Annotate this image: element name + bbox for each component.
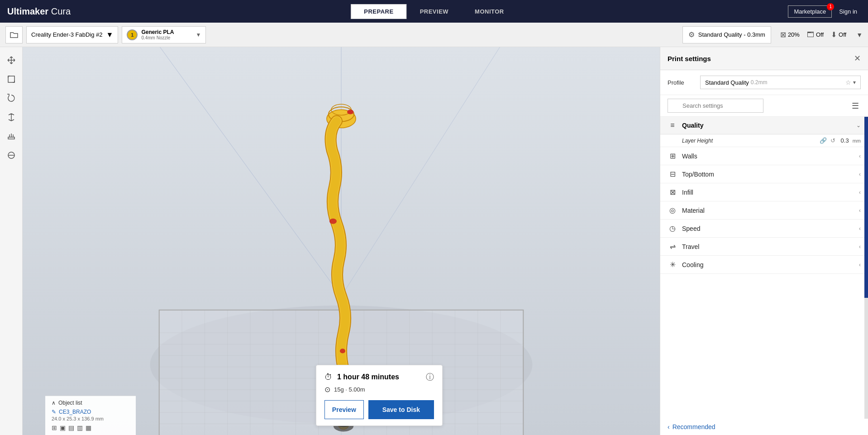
support-tool[interactable] <box>4 129 19 144</box>
quality-icon: ⚙ <box>688 30 695 39</box>
adhesion-value: Off <box>839 31 846 38</box>
rotate-tool[interactable] <box>4 91 19 106</box>
panel-close-button[interactable]: ✕ <box>854 53 861 63</box>
profile-label: Profile <box>668 79 695 86</box>
move-tool[interactable] <box>4 53 19 68</box>
material-selector[interactable]: 1 Generic PLA 0.4mm Nozzle ▼ <box>122 26 206 43</box>
slice-tool[interactable] <box>4 148 19 163</box>
object-dims: 24.0 x 25.3 x 136.9 mm <box>52 416 129 421</box>
topbottom-setting[interactable]: ⊟ Top/Bottom ‹ <box>660 165 868 183</box>
travel-setting[interactable]: ⇌ Travel ‹ <box>660 238 868 256</box>
support-setting[interactable]: 🗔 Off <box>807 31 824 39</box>
travel-label: Travel <box>682 243 854 250</box>
print-settings-row: ⊠ 20% 🗔 Off ⬇ Off ▼ <box>780 30 863 39</box>
nav-monitor[interactable]: MONITOR <box>462 4 517 19</box>
recommended-label: Recommended <box>672 423 715 430</box>
object-list-chevron: ∧ <box>52 400 56 406</box>
topbottom-icon: ⊟ <box>668 170 677 178</box>
scale-tool[interactable] <box>4 72 19 87</box>
material-weight-row: ⊙ 15g · 5.00m <box>324 385 434 394</box>
walls-chevron: ‹ <box>859 153 861 159</box>
material-label: Material <box>682 207 854 214</box>
info-icon[interactable]: ⓘ <box>426 372 434 382</box>
travel-icon: ⇌ <box>668 242 677 251</box>
hamburger-icon[interactable]: ☰ <box>850 99 861 113</box>
travel-chevron: ‹ <box>859 244 861 250</box>
signin-button[interactable]: Sign in <box>835 6 861 17</box>
scrollbar-thumb[interactable] <box>864 117 868 298</box>
object-list-section: ∧ Object list ✎ CE3_BRAZO 24.0 x 25.3 x … <box>45 396 136 435</box>
time-row: ⏱ 1 hour 48 minutes ⓘ <box>324 372 434 382</box>
profile-star-icon[interactable]: ☆ <box>845 79 851 86</box>
nav-preview[interactable]: PREVIEW <box>407 4 462 19</box>
material-dropdown-icon: ▼ <box>196 32 201 38</box>
reset-icon[interactable]: ↺ <box>830 137 835 144</box>
right-panel: Print settings ✕ Profile Standard Qualit… <box>660 47 868 435</box>
cooling-label: Cooling <box>682 261 854 268</box>
speed-chevron: ‹ <box>859 225 861 232</box>
material-weight-icon: ⊙ <box>324 385 330 394</box>
speed-setting[interactable]: ◷ Speed ‹ <box>660 220 868 238</box>
walls-icon: ⊞ <box>668 152 677 160</box>
svg-point-40 <box>329 219 337 224</box>
walls-setting[interactable]: ⊞ Walls ‹ <box>660 147 868 165</box>
obj-tool-1[interactable]: ⊞ <box>52 424 57 431</box>
save-to-disk-button[interactable]: Save to Disk <box>368 400 434 419</box>
quality-section-title: Quality <box>682 122 852 129</box>
profile-dropdown[interactable]: Standard Quality 0.2mm ☆ ▾ <box>700 76 861 89</box>
profile-row: Profile Standard Quality 0.2mm ☆ ▾ <box>660 70 868 95</box>
obj-tool-4[interactable]: ▥ <box>77 424 83 431</box>
profile-chevron-icon: ▾ <box>853 79 856 86</box>
search-input[interactable] <box>668 99 763 113</box>
object-list-header[interactable]: ∧ Object list <box>52 400 129 406</box>
panel-header: Print settings ✕ <box>660 47 868 70</box>
scrollbar[interactable] <box>864 117 868 419</box>
adhesion-setting[interactable]: ⬇ Off <box>831 30 846 39</box>
topbottom-chevron: ‹ <box>859 171 861 177</box>
header: Ultimaker Cura PREPARE PREVIEW MONITOR M… <box>0 0 868 23</box>
infill-setting-row[interactable]: ⊠ Infill ‹ <box>660 183 868 201</box>
printer-name: Creality Ender-3 FabDig #2 <box>31 31 103 38</box>
section-quality[interactable]: ≡ Quality ⌄ <box>660 117 868 134</box>
speed-icon: ◷ <box>668 224 677 233</box>
nav-prepare[interactable]: PREPARE <box>351 4 406 19</box>
object-tools: ⊞ ▣ ▤ ▥ ▦ <box>52 424 129 431</box>
walls-label: Walls <box>682 153 854 160</box>
obj-tool-2[interactable]: ▣ <box>60 424 66 431</box>
infill-chevron: ‹ <box>859 189 861 196</box>
quality-label: Standard Quality - 0.3mm <box>698 31 765 38</box>
layer-height-row: Layer Height 🔗 ↺ 0.3 mm <box>660 134 868 147</box>
infill-icon: ⊠ <box>780 30 786 39</box>
link-icon[interactable]: 🔗 <box>820 137 827 144</box>
search-wrapper: 🔍 <box>668 99 846 113</box>
print-settings-panel: Print settings ✕ Profile Standard Qualit… <box>660 47 868 435</box>
header-right: Marketplace 1 Sign in <box>788 5 861 18</box>
speed-label: Speed <box>682 225 854 232</box>
settings-dropdown-icon[interactable]: ▼ <box>856 31 863 38</box>
layer-height-value: 0.3 <box>841 137 849 144</box>
header-nav: PREPARE PREVIEW MONITOR <box>351 4 517 19</box>
left-sidebar <box>0 47 23 435</box>
quality-settings[interactable]: ⚙ Standard Quality - 0.3mm <box>682 26 771 43</box>
infill-icon-row: ⊠ <box>668 188 677 196</box>
mirror-tool[interactable] <box>4 110 19 125</box>
cooling-setting[interactable]: ✳ Cooling ‹ <box>660 256 868 274</box>
search-bar: 🔍 ☰ <box>660 95 868 117</box>
infill-label-row: Infill <box>682 189 854 196</box>
obj-tool-5[interactable]: ▦ <box>86 424 91 431</box>
layer-height-label: Layer Height <box>682 138 816 144</box>
svg-point-39 <box>347 110 353 114</box>
toolbar: Creality Ender-3 FabDig #2 ▼ 1 Generic P… <box>0 23 868 47</box>
recommended-button[interactable]: ‹ Recommended <box>660 419 868 435</box>
panel-title: Print settings <box>668 55 854 62</box>
preview-button[interactable]: Preview <box>324 400 364 419</box>
marketplace-button[interactable]: Marketplace 1 <box>788 5 832 18</box>
printer-selector[interactable]: Creality Ender-3 FabDig #2 ▼ <box>26 26 118 43</box>
profile-value: 0.2mm <box>751 79 768 86</box>
infill-setting[interactable]: ⊠ 20% <box>780 30 800 39</box>
adhesion-icon: ⬇ <box>831 30 837 39</box>
material-setting[interactable]: ◎ Material ‹ <box>660 201 868 220</box>
obj-tool-3[interactable]: ▤ <box>68 424 74 431</box>
object-item[interactable]: ✎ CE3_BRAZO <box>52 409 129 415</box>
folder-button[interactable] <box>5 26 23 43</box>
